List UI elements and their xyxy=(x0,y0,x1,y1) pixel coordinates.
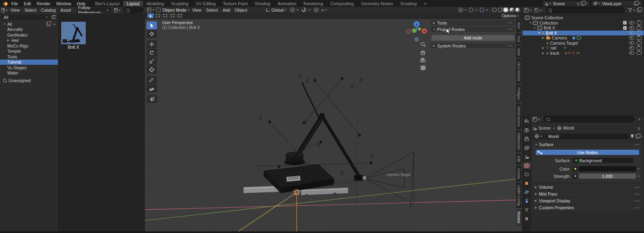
drag-handle-icon[interactable]: ══ xyxy=(635,143,640,146)
workspace-tab-scripting[interactable]: Scripting xyxy=(397,1,421,6)
tool-rotate[interactable] xyxy=(147,49,157,57)
new-catalog-icon[interactable] xyxy=(46,22,50,26)
sidebar-panel-system-routes[interactable]: ▶ System Routes ══ xyxy=(431,43,515,48)
tab-physics[interactable] xyxy=(523,189,530,195)
render-visibility-icon[interactable] xyxy=(637,46,642,50)
tab-output[interactable] xyxy=(523,136,530,142)
tab-render[interactable] xyxy=(523,127,530,133)
workspace-tab-modeling[interactable]: Modeling xyxy=(143,1,167,6)
menu-render[interactable]: Render xyxy=(34,1,53,6)
hide-eye-icon[interactable] xyxy=(629,41,634,45)
pin-icon[interactable] xyxy=(638,127,640,129)
new-collection-icon[interactable] xyxy=(637,8,641,12)
asset-thumbnail[interactable] xyxy=(61,22,86,44)
tool-annotate[interactable] xyxy=(147,76,157,84)
tab-object[interactable] xyxy=(523,180,530,186)
expand-arrow-icon[interactable]: ▼ xyxy=(529,21,533,24)
options-dropdown[interactable]: Options xyxy=(502,13,516,18)
surface-shader-dropdown[interactable]: Background xyxy=(573,158,634,163)
select-mode-tweak[interactable] xyxy=(147,13,154,18)
catalog-item-hair[interactable]: ▶Hair xyxy=(0,38,58,43)
use-nodes-button[interactable]: Use Nodes xyxy=(536,150,639,155)
tool-cursor[interactable] xyxy=(147,30,157,38)
outliner-filter-mode-icon[interactable] xyxy=(534,8,539,12)
outliner-row-rail[interactable]: ▶ ▽ rail ▽ xyxy=(522,45,644,51)
expand-arrow-icon[interactable]: ▶ xyxy=(542,36,546,39)
drag-handle-icon[interactable]: ══ xyxy=(508,21,513,25)
expand-arrow-icon[interactable]: ▶ xyxy=(542,52,546,55)
menu-file[interactable]: File xyxy=(8,1,21,6)
tab-object-data[interactable] xyxy=(523,207,530,213)
tool-transform[interactable] xyxy=(147,66,157,74)
workspace-tab-shading[interactable]: Shading xyxy=(251,1,274,6)
tool-measure[interactable] xyxy=(147,85,157,93)
panel-custom-properties-header[interactable]: ▶ Custom Properties ══ xyxy=(533,205,642,210)
tool-add-primitive[interactable] xyxy=(147,95,157,103)
workspace-tab-texture-paint[interactable]: Texture Paint xyxy=(219,1,251,6)
menu-select[interactable]: Select xyxy=(22,8,39,12)
menu-add[interactable]: Add xyxy=(220,8,233,12)
workspace-tab-uv-editing[interactable]: UV Editing xyxy=(192,1,219,6)
tool-move[interactable] xyxy=(147,40,157,48)
sidebar-tab-create[interactable]: Create xyxy=(516,166,521,181)
pin-icon[interactable] xyxy=(577,2,579,4)
outliner-row-scene-collection[interactable]: Scene Collection xyxy=(522,15,644,21)
refresh-icon[interactable] xyxy=(52,15,56,19)
hide-eye-icon[interactable] xyxy=(629,51,634,55)
drag-handle-icon[interactable]: ══ xyxy=(635,199,640,203)
panel-volume-header[interactable]: ▶ Volume ══ xyxy=(533,184,642,190)
sidebar-tab-poliigon[interactable]: Poliigon xyxy=(516,85,521,103)
catalog-item-tutorial[interactable]: Tutorial xyxy=(0,60,58,65)
sidebar-tab-item[interactable]: Item xyxy=(516,20,521,32)
tool-select-box[interactable] xyxy=(147,21,157,29)
expand-arrow-icon[interactable]: ▶ xyxy=(542,46,546,49)
workspace-tab-animation[interactable]: Animation xyxy=(274,1,300,6)
breadcrumb-scene[interactable]: Scene xyxy=(539,126,551,130)
panel-surface-header[interactable]: ▼ Surface ══ xyxy=(533,142,642,147)
gizmos-toggle-icon[interactable] xyxy=(469,8,473,12)
sidebar-tab-view[interactable]: View xyxy=(516,45,521,58)
tab-collection[interactable] xyxy=(523,171,530,177)
hide-eye-icon[interactable] xyxy=(629,31,634,35)
render-visibility-icon[interactable] xyxy=(637,26,642,30)
catalog-item-geonodes[interactable]: GeoNodes xyxy=(0,32,58,38)
select-mode-subtract[interactable] xyxy=(169,13,175,18)
catalog-filter-dropdown[interactable]: All▼ xyxy=(2,14,50,20)
expand-arrow-icon[interactable]: ▼ xyxy=(538,31,542,34)
menu-asset[interactable]: Asset xyxy=(58,8,73,12)
catalog-item-aircrafts[interactable]: Aircrafts xyxy=(0,27,58,33)
menu-catalog[interactable]: Catalog xyxy=(39,8,58,12)
drag-handle-icon[interactable]: ══ xyxy=(635,192,640,196)
drag-handle-icon[interactable]: ══ xyxy=(508,44,513,47)
shading-solid-inactive-icon[interactable] xyxy=(498,8,502,12)
exclude-checkbox[interactable]: ✓ xyxy=(623,26,627,30)
sidebar-tab-addr-config[interactable]: AddR Config xyxy=(516,183,521,208)
tab-scene[interactable] xyxy=(523,154,530,160)
render-visibility-icon[interactable] xyxy=(637,41,642,45)
animate-dot-icon[interactable] xyxy=(638,175,639,177)
new-scene-icon[interactable] xyxy=(581,2,584,6)
render-visibility-icon[interactable] xyxy=(637,51,642,55)
shading-rendered-icon[interactable] xyxy=(515,8,520,12)
properties-search-input[interactable] xyxy=(543,116,634,122)
drag-handle-icon[interactable]: ══ xyxy=(635,186,640,189)
world-browse-dropdown[interactable]: ▼ xyxy=(533,134,544,139)
expand-arrow-icon[interactable]: ▼ xyxy=(533,27,537,29)
outliner-row-boltx-collection[interactable]: ▼ Bolt X ✓ xyxy=(522,25,644,31)
select-mode-box[interactable] xyxy=(155,13,161,18)
tab-view-layer[interactable] xyxy=(523,145,530,151)
strength-slider[interactable]: 1.000 xyxy=(579,173,636,179)
outliner-editor-icon[interactable] xyxy=(524,8,528,12)
catalog-item-tools[interactable]: Tools xyxy=(0,54,58,60)
fake-user-shield-icon[interactable] xyxy=(631,134,634,138)
menu-edit[interactable]: Edit xyxy=(21,1,34,6)
new-viewlayer-icon[interactable] xyxy=(634,2,638,6)
sidebar-tab-kitbash3d[interactable]: KitBash3D xyxy=(516,130,521,153)
viewport-scene[interactable]: Z Z Z X X X Y Y Y Camera Target xyxy=(145,19,516,231)
display-size-icon[interactable] xyxy=(114,8,118,12)
add-route-button[interactable]: Add route xyxy=(431,35,514,41)
hide-eye-icon[interactable] xyxy=(629,26,634,30)
blender-logo-icon[interactable] xyxy=(2,1,8,6)
render-visibility-icon[interactable] xyxy=(637,31,642,35)
exclude-checkbox[interactable]: ✓ xyxy=(623,21,627,25)
